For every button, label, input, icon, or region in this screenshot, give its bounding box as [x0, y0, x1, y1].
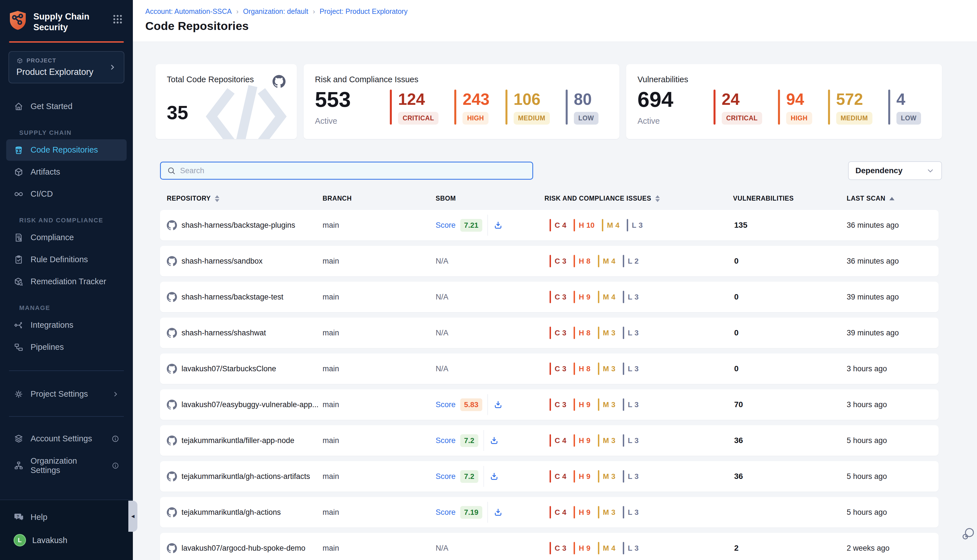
branch-name: main — [322, 257, 436, 266]
repo-name: lavakush07/argocd-hub-spoke-demo — [182, 544, 305, 553]
low-bar — [623, 363, 624, 375]
nav-section-supply-chain: SUPPLY CHAIN — [19, 129, 133, 137]
table-row[interactable]: shash-harness/shashwat main N/A C3 H8 M3… — [160, 318, 939, 348]
chevron-right-icon — [109, 63, 117, 71]
download-sbom-button[interactable] — [494, 221, 503, 230]
last-scan: 39 minutes ago — [847, 328, 939, 337]
sidebar-item-label: Code Repositories — [30, 145, 98, 155]
toolbar: Dependency — [155, 161, 942, 180]
score-badge: 5.83 — [460, 398, 483, 411]
high-bar — [574, 506, 575, 518]
sidebar-item-project-settings[interactable]: Project Settings — [6, 383, 127, 405]
score-badge: 7.2 — [460, 434, 478, 447]
table-row[interactable]: lavakush07/argocd-hub-spoke-demo main N/… — [160, 533, 939, 560]
medium-bar — [598, 327, 599, 339]
github-icon — [167, 363, 177, 374]
app-switcher-icon[interactable] — [112, 13, 123, 25]
project-selector[interactable]: PROJECT Product Exploratory — [8, 51, 124, 83]
page-title: Code Repositories — [145, 20, 977, 33]
app-logo-shield-icon — [8, 10, 27, 30]
info-icon[interactable] — [112, 462, 119, 470]
issues-cell: C4 H9 M3 L3 — [544, 434, 733, 447]
severity-badge: CRITICAL — [722, 112, 762, 125]
high-bar — [574, 542, 575, 554]
sidebar-item-integrations[interactable]: Integrations — [6, 315, 127, 336]
download-sbom-button[interactable] — [494, 400, 503, 409]
sidebar-item-artifacts[interactable]: Artifacts — [6, 161, 127, 183]
download-sbom-button[interactable] — [489, 436, 499, 445]
table-row[interactable]: lavakush07/easybuggy-vulnerable-app... m… — [160, 389, 939, 420]
vulnerabilities-count: 2 — [733, 543, 847, 553]
sidebar-item-pipelines[interactable]: Pipelines — [6, 337, 127, 358]
breadcrumb-separator: › — [313, 8, 315, 15]
vulnerabilities-sublabel: Active — [638, 117, 673, 126]
sidebar-item-compliance[interactable]: Compliance — [6, 227, 127, 248]
sidebar-item-rule-definitions[interactable]: Rule Definitions — [6, 249, 127, 270]
high-bar — [574, 219, 575, 232]
chevron-right-icon — [112, 390, 119, 398]
clipboard-check-icon — [13, 255, 24, 265]
download-sbom-button[interactable] — [489, 472, 499, 481]
severity-badge: LOW — [897, 112, 921, 125]
divider — [488, 215, 488, 236]
sidebar-item-code-repositories[interactable]: Code Repositories — [6, 139, 127, 161]
medium-bar — [598, 434, 599, 447]
column-last-scan[interactable]: LAST SCAN — [847, 195, 939, 202]
table-row[interactable]: tejakummarikuntla/filler-app-node main S… — [160, 425, 939, 456]
github-icon — [167, 400, 177, 410]
vulnerabilities-count: 36 — [733, 436, 847, 445]
sidebar-item-label: Rule Definitions — [30, 255, 88, 264]
sidebar-item-label: Help — [30, 513, 47, 522]
repo-name: tejakummarikuntla/gh-actions-artifacts — [182, 472, 310, 481]
score-label: Score — [436, 436, 456, 445]
issues-cell: C3 H8 M3 L3 — [544, 363, 733, 375]
table-row[interactable]: tejakummarikuntla/gh-actions-artifacts m… — [160, 461, 939, 492]
breadcrumb-project-link[interactable]: Project: Product Exploratory — [319, 7, 408, 15]
table-row[interactable]: shash-harness/backstage-test main N/A C3… — [160, 282, 939, 312]
critical-bar — [549, 398, 551, 411]
critical-bar — [713, 90, 715, 125]
nav-section-manage: MANAGE — [19, 304, 133, 312]
sidebar-item-organization-settings[interactable]: Organization Settings — [6, 451, 127, 481]
user-menu[interactable]: L Lavakush — [6, 529, 127, 552]
low-bar — [623, 506, 624, 518]
column-risk-compliance-issues[interactable]: RISK AND COMPLIANCE ISSUES — [544, 195, 733, 202]
sidebar-item-get-started[interactable]: Get Started — [6, 96, 127, 117]
repo-name: tejakummarikuntla/gh-actions — [182, 508, 281, 517]
table-row[interactable]: shash-harness/backstage-plugins main Sco… — [160, 210, 939, 240]
table-row[interactable]: shash-harness/sandbox main N/A C3 H8 M4 … — [160, 246, 939, 276]
table-row[interactable]: tejakummarikuntla/gh-actions main Score7… — [160, 497, 939, 528]
table-row[interactable]: lavakush07/StarbucksClone main N/A C3 H8… — [160, 353, 939, 384]
score-label: Score — [436, 472, 456, 481]
repo-name: shash-harness/sandbox — [182, 257, 263, 266]
github-icon — [167, 507, 177, 517]
last-scan: 3 hours ago — [847, 365, 939, 373]
search-input[interactable] — [180, 167, 526, 175]
branch-name: main — [322, 544, 436, 553]
last-scan: 5 hours ago — [847, 436, 939, 445]
sidebar-item-help[interactable]: ? Help — [6, 506, 127, 528]
column-repository[interactable]: REPOSITORY — [167, 195, 322, 202]
divider — [9, 370, 124, 371]
breadcrumb-organization-link[interactable]: Organization: default — [243, 7, 309, 15]
support-chat-icon — [961, 526, 976, 541]
risk-issues-sublabel: Active — [315, 117, 351, 126]
download-sbom-button[interactable] — [494, 508, 503, 517]
critical-bar — [390, 90, 392, 125]
user-name: Lavakush — [32, 536, 67, 545]
severity-badge: LOW — [574, 112, 598, 125]
sidebar-item-cicd[interactable]: CI/CD — [6, 183, 127, 205]
sidebar-collapse-handle[interactable]: ◀ — [129, 501, 137, 532]
sidebar-item-remediation-tracker[interactable]: Remediation Tracker — [6, 271, 127, 292]
dependency-filter-dropdown[interactable]: Dependency — [848, 161, 942, 180]
high-bar — [574, 470, 575, 483]
info-icon[interactable] — [111, 435, 119, 443]
vulnerabilities-count: 0 — [733, 257, 847, 266]
support-chat-button[interactable] — [961, 526, 976, 541]
sidebar-item-account-settings[interactable]: Account Settings — [6, 428, 127, 450]
sbom-na: N/A — [436, 365, 448, 373]
breadcrumb-account-link[interactable]: Account: Automation-SSCA — [145, 7, 232, 15]
integrations-icon — [13, 320, 24, 330]
artifacts-box-icon — [13, 167, 24, 177]
column-branch: BRANCH — [322, 195, 436, 202]
